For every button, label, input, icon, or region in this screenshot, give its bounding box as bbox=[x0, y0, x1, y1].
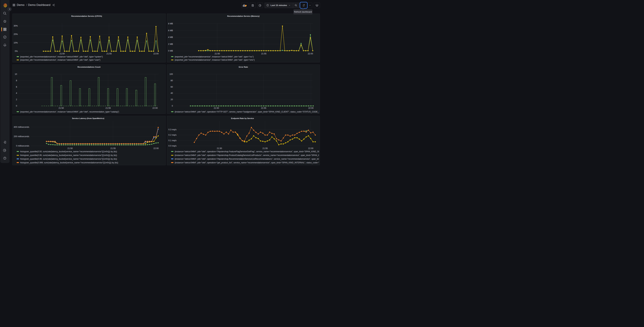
svg-text:21:50: 21:50 bbox=[214, 107, 219, 109]
svg-text:21:55: 21:55 bbox=[262, 147, 268, 150]
svg-text:200 milliseconds: 200 milliseconds bbox=[14, 135, 29, 138]
svg-text:0%: 0% bbox=[14, 50, 18, 52]
svg-text:4 MB: 4 MB bbox=[168, 36, 173, 38]
svg-text:20%: 20% bbox=[14, 33, 18, 36]
svg-text:0 MB: 0 MB bbox=[168, 50, 173, 52]
svg-text:0: 0 bbox=[172, 105, 173, 107]
svg-text:21:55: 21:55 bbox=[261, 107, 266, 109]
svg-text:0.2 req/s: 0.2 req/s bbox=[168, 134, 176, 136]
svg-text:22:00: 22:00 bbox=[152, 107, 158, 109]
svg-text:60: 60 bbox=[170, 86, 173, 88]
svg-text:21:50: 21:50 bbox=[60, 52, 65, 55]
svg-text:21:55: 21:55 bbox=[261, 52, 266, 55]
svg-text:21:50: 21:50 bbox=[214, 52, 220, 55]
svg-text:0.1 req/s: 0.1 req/s bbox=[168, 139, 176, 142]
svg-text:22:00: 22:00 bbox=[308, 52, 313, 55]
svg-text:400 milliseconds: 400 milliseconds bbox=[14, 126, 29, 128]
svg-text:21:55: 21:55 bbox=[106, 107, 111, 109]
svg-text:30%: 30% bbox=[14, 25, 18, 27]
svg-text:10: 10 bbox=[14, 73, 17, 75]
svg-text:2: 2 bbox=[16, 98, 17, 101]
svg-text:4: 4 bbox=[16, 92, 17, 94]
svg-text:0 milliseconds: 0 milliseconds bbox=[16, 144, 29, 147]
svg-text:6 MB: 6 MB bbox=[168, 29, 173, 32]
svg-text:80: 80 bbox=[170, 79, 173, 82]
svg-text:22:00: 22:00 bbox=[308, 147, 313, 150]
svg-text:22:00: 22:00 bbox=[153, 52, 158, 55]
svg-text:21:50: 21:50 bbox=[217, 147, 222, 150]
svg-text:40: 40 bbox=[170, 92, 173, 94]
svg-text:8 MB: 8 MB bbox=[168, 22, 173, 25]
svg-text:0: 0 bbox=[16, 105, 17, 107]
svg-text:22:00: 22:00 bbox=[153, 147, 158, 150]
svg-text:6: 6 bbox=[16, 86, 17, 88]
svg-text:20: 20 bbox=[170, 98, 173, 101]
svg-text:8: 8 bbox=[16, 79, 17, 82]
svg-text:21:55: 21:55 bbox=[110, 147, 116, 150]
svg-text:21:50: 21:50 bbox=[58, 107, 64, 109]
svg-text:2 MB: 2 MB bbox=[168, 43, 173, 45]
svg-text:0.0 req/s: 0.0 req/s bbox=[168, 144, 176, 147]
svg-text:22:00: 22:00 bbox=[308, 107, 314, 109]
svg-text:21:55: 21:55 bbox=[106, 52, 112, 55]
svg-text:100: 100 bbox=[170, 73, 173, 75]
svg-text:10%: 10% bbox=[14, 42, 18, 44]
svg-text:0.3 req/s: 0.3 req/s bbox=[168, 128, 176, 131]
svg-text:21:50: 21:50 bbox=[67, 147, 72, 150]
